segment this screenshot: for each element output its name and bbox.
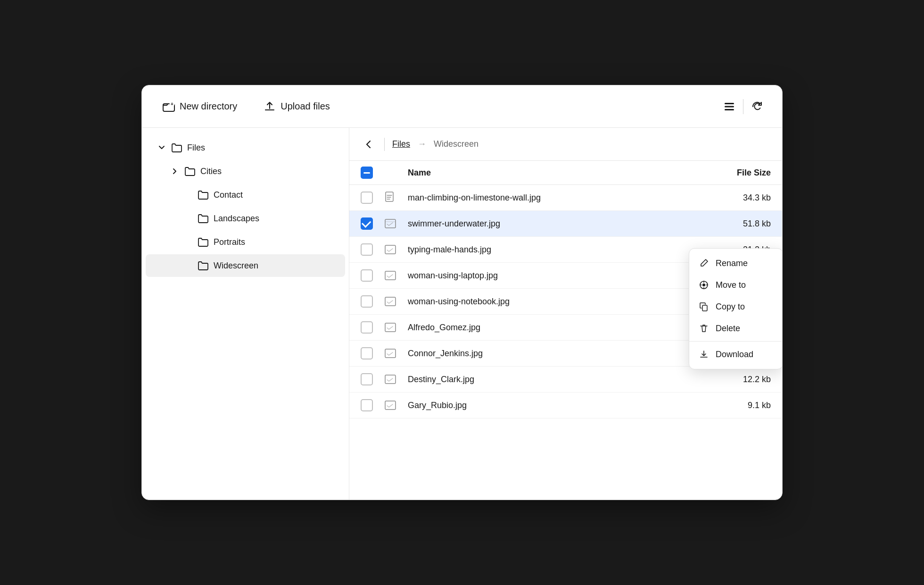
file-icon [384,269,408,282]
context-menu-move-to[interactable]: Move to [689,274,782,296]
new-directory-label: New directory [180,101,237,112]
file-name: swimmer-underwater.jpg [408,219,714,229]
file-icon [384,217,408,230]
folder-icon [171,142,182,153]
file-row[interactable]: Destiny_Clark.jpg 12.2 kb [349,367,782,393]
file-checkbox[interactable] [361,269,373,282]
move-to-label: Move to [716,280,746,290]
sidebar-landscapes-label: Landscapes [214,214,259,224]
back-button[interactable] [361,136,377,152]
folder-icon [198,236,209,248]
file-checkbox[interactable] [361,295,373,308]
folder-icon [198,189,209,201]
context-menu-download[interactable]: Download [689,343,782,365]
file-checkbox[interactable] [361,321,373,334]
file-list-header: Name File Size [349,161,782,185]
svg-rect-15 [385,401,396,410]
row-check[interactable] [361,295,384,308]
svg-rect-18 [702,305,707,311]
file-icon [384,192,408,204]
row-check[interactable] [361,269,384,282]
file-checkbox[interactable] [361,347,373,359]
svg-rect-4 [725,103,734,104]
file-icon [384,321,408,334]
file-name: Gary_Rubio.jpg [408,401,714,410]
upload-files-label: Upload files [280,101,330,112]
svg-point-17 [702,284,705,286]
toolbar-right [719,97,767,117]
refresh-button[interactable] [747,97,767,117]
file-size: 51.8 kb [714,219,771,229]
sidebar-item-cities[interactable]: Cities [146,160,345,183]
breadcrumb-bar: Files → Widescreen [349,128,782,161]
svg-rect-9 [385,245,396,254]
svg-rect-10 [385,271,396,280]
toolbar-divider [743,99,743,114]
delete-label: Delete [716,324,740,334]
context-menu-rename[interactable]: Rename [689,252,782,274]
sidebar-item-widescreen[interactable]: Widescreen [146,254,345,277]
sidebar-cities-label: Cities [200,167,222,176]
row-check[interactable] [361,243,384,256]
upload-files-button[interactable]: Upload files [258,97,336,117]
file-name: Alfredo_Gomez.jpg [408,323,714,333]
file-checkbox[interactable] [361,399,373,411]
header-size: File Size [714,168,771,178]
file-icon [384,347,408,359]
download-icon [699,349,709,359]
file-size: 9.1 kb [714,401,771,410]
context-menu-divider [689,341,782,342]
svg-rect-5 [725,106,734,107]
sidebar-portraits-label: Portraits [214,237,245,247]
delete-icon [699,323,709,334]
row-check[interactable] [361,217,384,230]
svg-rect-8 [385,219,396,228]
row-check[interactable] [361,399,384,411]
new-directory-icon: + [163,100,175,113]
upload-icon [264,100,276,113]
list-view-button[interactable] [719,97,739,117]
file-checkbox[interactable] [361,243,373,256]
folder-icon [198,213,209,224]
header-name: Name [408,168,714,178]
breadcrumb-files-link[interactable]: Files [392,139,410,149]
file-row[interactable]: man-climbing-on-limestone-wall.jpg 34.3 … [349,185,782,211]
context-menu-copy-to[interactable]: Copy to [689,296,782,318]
row-check[interactable] [361,347,384,359]
svg-rect-12 [385,323,396,332]
file-row[interactable]: swimmer-underwater.jpg 51.8 kb [349,211,782,237]
file-icon [384,295,408,308]
svg-text:+: + [171,101,173,107]
file-icon [384,243,408,256]
svg-rect-7 [386,192,393,201]
sidebar-item-landscapes[interactable]: Landscapes [146,207,345,230]
svg-rect-6 [725,109,734,110]
sidebar: Files Cities [142,128,349,500]
file-checkbox[interactable] [361,217,373,230]
sidebar-item-portraits[interactable]: Portraits [146,231,345,253]
sidebar-contact-label: Contact [214,190,243,200]
row-check[interactable] [361,321,384,334]
context-menu: Rename Move to [689,248,782,369]
context-menu-delete[interactable]: Delete [689,318,782,339]
file-name: man-climbing-on-limestone-wall.jpg [408,193,714,203]
copy-to-label: Copy to [716,302,745,312]
sidebar-item-contact[interactable]: Contact [146,184,345,206]
svg-rect-11 [385,297,396,306]
download-label: Download [716,350,753,359]
new-directory-button[interactable]: + New directory [157,97,243,117]
file-checkbox[interactable] [361,373,373,385]
breadcrumb-current: Widescreen [434,139,478,149]
file-checkbox[interactable] [361,192,373,204]
sidebar-files-label: Files [187,143,205,153]
rename-icon [699,258,709,268]
file-row[interactable]: Gary_Rubio.jpg 9.1 kb [349,393,782,418]
file-name: Destiny_Clark.jpg [408,375,714,384]
header-check[interactable] [361,167,384,179]
file-name: typing-male-hands.jpg [408,245,714,255]
toolbar: + New directory Upload files [142,85,782,128]
row-check[interactable] [361,192,384,204]
row-check[interactable] [361,373,384,385]
sidebar-item-files[interactable]: Files [146,136,345,159]
select-all-checkbox[interactable] [361,167,373,179]
